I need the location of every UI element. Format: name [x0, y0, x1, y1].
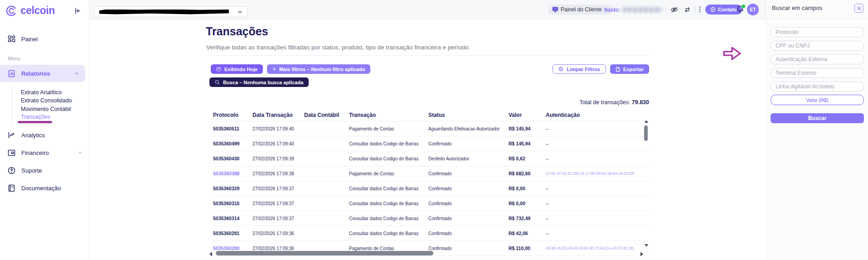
close-icon[interactable] [854, 4, 863, 13]
data-transacao-cell: 27/02/2026 17:09:38 [252, 171, 304, 176]
column-header: Data Transação [252, 112, 304, 118]
autenticacao-cell[interactable]: 17.6C.97.92.3C.DB.13.17.00.DD.81.59.B4.1… [546, 171, 648, 176]
brand-name: celcoin [20, 5, 55, 17]
eye-off-icon[interactable] [670, 6, 678, 14]
redacted-company-name [99, 10, 229, 14]
panel-do-cliente-selector[interactable]: Painel do Cliente [548, 5, 612, 14]
sidebar-item-label: Suporte [21, 167, 42, 174]
sidebar-subitem-extrato-consolidado[interactable]: Extrato Consolidado [21, 97, 84, 104]
mais-filtros-button[interactable]: + Mais filtros – Nenhum filtro aplicado [267, 64, 370, 74]
sidebar-subitem-movimento-contabil[interactable]: Movimento Contábil [21, 106, 84, 113]
monitor-icon [552, 6, 558, 13]
user-avatar[interactable]: ET [747, 4, 759, 15]
linha-digitavel-input[interactable] [771, 82, 864, 91]
buscar-button[interactable]: Buscar [771, 113, 864, 123]
data-transacao-cell: 27/02/2026 17:09:37 [252, 201, 304, 206]
table-row[interactable]: 503536049927/02/2026 17:09:40Consultar d… [213, 136, 648, 151]
filter-label: Exportar [623, 67, 644, 72]
table-row[interactable]: 503536032927/02/2026 17:09:37Consultar d… [213, 181, 648, 196]
sidebar-item-painel[interactable]: Painel [0, 34, 89, 43]
autenticacao-externa-input[interactable] [771, 54, 864, 64]
valor-cell: R$ 0,62 [509, 156, 546, 161]
protocolo-cell: 5035360329 [213, 186, 252, 191]
status-cell: Confirmado [428, 246, 509, 251]
sidebar-item-suporte[interactable]: Suporte [0, 166, 89, 175]
valor-cell: R$ 682,60 [509, 171, 546, 176]
ban-icon [558, 67, 563, 72]
sidebar-item-label: Documentação [21, 185, 61, 192]
column-header: Autenticação [546, 112, 648, 118]
separator [665, 6, 666, 13]
divider [206, 55, 649, 56]
documentation-book-icon [8, 184, 15, 192]
scroll-right-arrow[interactable] [640, 252, 643, 256]
company-selector[interactable] [94, 6, 247, 17]
transacao-cell: Consultar dados Codigo de Barras [349, 231, 428, 236]
search-icon [215, 80, 220, 85]
more-options-kebab-icon[interactable] [699, 6, 701, 12]
valor-cell: R$ 0,00 [509, 186, 546, 191]
horizontal-scrollbar-thumb[interactable] [216, 251, 433, 255]
submenu-tree-line [12, 87, 12, 122]
notifications-bell-icon[interactable] [736, 5, 745, 14]
total-label: Total de transações: [579, 99, 631, 106]
valor-cell: R$ 145,94 [509, 126, 546, 131]
table-row[interactable]: 503536031427/02/2026 17:09:37Consultar d… [213, 211, 648, 226]
valor-field[interactable]: Valor (R$) [771, 95, 864, 105]
chevron-down-icon [74, 71, 79, 76]
cpf-cnpj-input[interactable] [771, 41, 864, 51]
page-subtitle: Verifique todas as transações filtradas … [206, 44, 470, 51]
sidebar-subitem-transacoes[interactable]: Transações [21, 114, 84, 120]
plus-icon: + [272, 66, 276, 72]
limpar-filtros-button[interactable]: Limpar Filtros [553, 64, 606, 74]
sidebar-item-relatorios[interactable]: Relatórios [0, 65, 85, 82]
autenticacao-cell[interactable]: 49.8B.45.D0.43.46.F8.9F.3D.70.94.EA.AF.F… [546, 246, 648, 250]
sidebar-subitem-extrato-analitico[interactable]: Extrato Analítico [21, 89, 84, 96]
table-row[interactable]: 503536031527/02/2026 17:09:37Consultar d… [213, 196, 648, 211]
protocolo-cell[interactable]: 5035360280 [213, 246, 252, 251]
saldo-label: Saldo: [604, 7, 621, 13]
transactions-table: ProtocoloData TransaçãoData ContábilTran… [213, 109, 648, 256]
file-export-icon [616, 67, 620, 72]
scroll-up-arrow[interactable] [645, 120, 648, 123]
protocolo-cell: 5035360314 [213, 216, 252, 221]
column-header: Data Contábil [304, 112, 349, 118]
exibindo-hoje-filter-button[interactable]: Exibindo Hoje [211, 64, 263, 74]
autenticacao-cell: -- [546, 186, 648, 191]
status-cell: Confirmado [428, 201, 509, 206]
autenticacao-cell: -- [546, 141, 648, 146]
protocolo-cell: 5035360430 [213, 156, 252, 161]
redacted-saldo-value [623, 7, 662, 12]
table-row[interactable]: 503536043027/02/2026 17:09:39Consultar d… [213, 151, 648, 166]
sidebar-item-financeiro[interactable]: Financeiro [0, 148, 89, 157]
vertical-scrollbar-thumb[interactable] [644, 125, 648, 141]
sidebar-item-documentacao[interactable]: Documentação [0, 183, 89, 193]
sidebar-collapse-icon[interactable] [73, 7, 82, 15]
data-transacao-cell: 27/02/2026 17:09:36 [252, 231, 304, 236]
data-transacao-cell: 27/02/2026 17:09:39 [252, 156, 304, 161]
transacao-cell: Consultar dados Codigo de Barras [349, 141, 428, 146]
protocolo-cell[interactable]: 5035360388 [213, 171, 252, 176]
panel-selector-label: Painel do Cliente [561, 6, 602, 13]
dashboard-grid-icon [8, 35, 15, 43]
terminal-externo-input[interactable] [771, 68, 864, 78]
app-root: { "brand": { "name": "celcoin", "accent"… [0, 0, 868, 260]
switch-account-icon[interactable] [684, 6, 691, 14]
scroll-down-arrow[interactable] [645, 244, 648, 247]
sidebar-item-analytics[interactable]: Analytics [0, 130, 89, 140]
data-transacao-cell: 27/02/2026 17:09:40 [252, 141, 304, 146]
chevron-down-icon [78, 150, 82, 155]
valor-cell: R$ 42,06 [509, 231, 546, 236]
busca-filter-button[interactable]: Busca – Nenhuma busca aplicada [209, 77, 309, 87]
protocolo-cell: 5035360315 [213, 201, 252, 206]
protocolo-input[interactable] [771, 27, 864, 37]
sidebar-item-label: Financeiro [21, 149, 72, 156]
table-row[interactable]: 503536051127/02/2026 17:09:40Pagamento d… [213, 121, 648, 136]
scroll-left-arrow[interactable] [209, 252, 212, 256]
status-cell: Confirmado [428, 141, 509, 146]
exportar-button[interactable]: Exportar [610, 64, 649, 74]
table-row[interactable]: 503536029127/02/2026 17:09:36Consultar d… [213, 226, 648, 241]
protocolo-cell: 5035360291 [213, 231, 252, 236]
valor-cell: R$ 0,00 [509, 201, 546, 206]
table-row[interactable]: 503536038827/02/2026 17:09:38Pagamento d… [213, 166, 648, 181]
